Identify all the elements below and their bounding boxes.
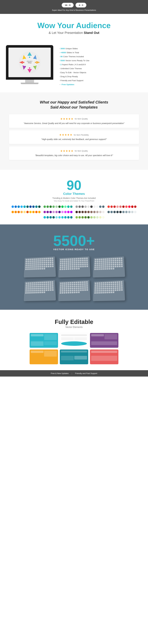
mini-icon [60, 292, 61, 294]
mini-icon [121, 264, 123, 265]
mini-icon [41, 268, 43, 270]
mini-icon [45, 258, 47, 260]
color-dot [134, 206, 136, 208]
star-label-1: for Item Quality [75, 118, 88, 120]
mini-icon [48, 262, 49, 263]
mini-icon [86, 283, 88, 285]
mini-icon [121, 260, 122, 261]
mini-icon [102, 292, 104, 294]
mini-icon [41, 264, 43, 266]
mini-icon [82, 287, 84, 289]
mini-icon [41, 282, 43, 283]
color-dot [49, 216, 52, 218]
mini-icon [117, 266, 118, 267]
mini-icon [33, 260, 35, 262]
mini-icon [121, 289, 123, 291]
mini-icon [31, 260, 33, 262]
mini-icon [66, 262, 67, 264]
mini-icon [112, 284, 114, 285]
mini-icon [97, 282, 98, 284]
color-dot [47, 216, 49, 218]
color-dot-row [44, 206, 73, 208]
mini-icon [74, 282, 75, 284]
mini-icon [80, 258, 82, 260]
testimonial-card-3: ★★★★★ for Item Quality "Beautiful templa… [9, 146, 139, 160]
color-dot [35, 206, 38, 208]
mini-icon [29, 286, 31, 288]
color-dot [26, 206, 29, 208]
color-dot [38, 206, 41, 208]
color-dot [78, 206, 81, 208]
mini-icon [60, 259, 62, 260]
mini-icon [66, 264, 67, 266]
mini-icon [35, 258, 37, 260]
mini-icon [39, 292, 41, 293]
svg-point-12 [29, 56, 30, 58]
mini-icon [119, 289, 121, 291]
mini-icon [74, 292, 75, 293]
color-dot [23, 211, 26, 213]
mini-icon [39, 258, 41, 260]
svg-point-18 [23, 62, 24, 63]
mini-icon [114, 282, 116, 283]
mini-icon [35, 292, 37, 293]
slide-preview-teal [30, 333, 58, 348]
mini-icon [117, 285, 118, 287]
mini-icon [118, 281, 120, 283]
mini-icon [106, 292, 108, 293]
mini-icon [66, 290, 67, 292]
color-dot-row [12, 211, 41, 213]
mini-icon [102, 268, 104, 270]
mini-icon [96, 286, 98, 288]
mini-icon [82, 266, 84, 267]
mini-icon [114, 288, 116, 289]
color-dot [90, 206, 93, 208]
mini-icon [27, 290, 29, 292]
mini-icon [64, 282, 66, 284]
color-dot [78, 216, 81, 218]
mini-icon [121, 287, 123, 289]
mini-icon [29, 290, 31, 292]
mini-icon [64, 262, 66, 264]
mini-icon [110, 268, 112, 270]
mini-icon [86, 266, 88, 267]
mini-icon [74, 268, 75, 270]
mini-icon [33, 262, 35, 264]
color-dot [81, 211, 84, 213]
mini-icon [108, 290, 110, 291]
mini-icon [29, 288, 31, 290]
mini-icon [116, 281, 118, 283]
color-dot [52, 216, 55, 218]
mini-icon [60, 288, 62, 290]
feature-item: 2 Aspect Ratio ( 4:3 and16:9 [59, 62, 142, 66]
mini-icon [26, 286, 27, 288]
slide-preview-purple [90, 333, 118, 348]
color-dot [102, 216, 104, 218]
mini-icon [66, 282, 68, 284]
mini-icon [31, 268, 33, 270]
hero-subtitle-pre: & Let Your Presentation [49, 31, 84, 34]
aspect-4-3-button[interactable]: 4 : 3 [75, 3, 86, 8]
mini-icon [29, 266, 31, 268]
color-dot [110, 206, 113, 208]
mini-icon [82, 262, 84, 263]
mini-icon [33, 266, 35, 268]
mini-icon [64, 268, 65, 270]
mini-icon [50, 285, 51, 287]
mini-icon [68, 268, 69, 270]
mini-icon [95, 259, 96, 260]
mini-icon [121, 262, 122, 263]
color-dot [99, 216, 101, 218]
mini-icon [39, 260, 41, 262]
color-dot-row [44, 211, 73, 213]
mini-icon [98, 292, 100, 294]
mini-icon [25, 268, 27, 270]
mini-icon [116, 258, 118, 259]
aspect-16-9-button[interactable]: 16 : 9 [62, 3, 74, 8]
mini-icon [80, 288, 82, 289]
vector-icons-section: 5500+ VECTOR ICONS READY TO USE [0, 224, 148, 310]
mini-icon [110, 258, 112, 260]
slide-preview-grid [30, 333, 118, 364]
mini-icon [68, 258, 70, 260]
slide-preview-teal2 [60, 350, 88, 364]
